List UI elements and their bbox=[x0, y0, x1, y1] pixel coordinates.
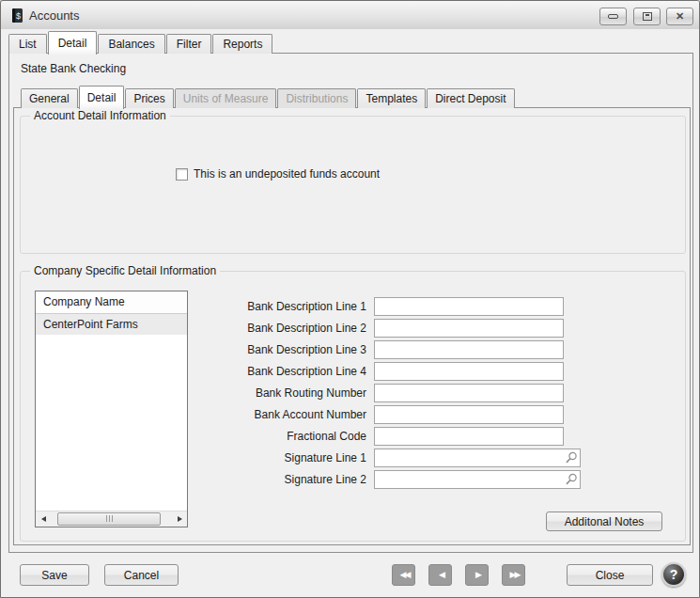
company-list-hscrollbar[interactable] bbox=[36, 511, 187, 527]
tab-prices[interactable]: Prices bbox=[125, 88, 173, 108]
company-detail-groupbox: Company Specific Detail Information Comp… bbox=[20, 271, 686, 542]
field-row: Signature Line 2 bbox=[21, 470, 687, 492]
bank-desc1-label: Bank Description Line 1 bbox=[21, 297, 366, 316]
maximize-icon bbox=[643, 12, 652, 21]
close-icon: ✕ bbox=[676, 11, 684, 22]
app-icon: $ bbox=[10, 8, 24, 26]
undeposited-funds-label: This is an undeposited funds account bbox=[194, 167, 380, 181]
field-row: Bank Description Line 4 bbox=[21, 362, 687, 384]
nav-next-button[interactable]: ▶ bbox=[465, 564, 489, 586]
minimize-icon bbox=[608, 14, 618, 19]
field-row: Bank Routing Number bbox=[21, 384, 687, 405]
account-number-label: Bank Account Number bbox=[21, 405, 366, 424]
signature1-label: Signature Line 1 bbox=[21, 448, 366, 467]
bank-desc2-input[interactable] bbox=[374, 319, 564, 338]
question-mark-icon: ? bbox=[670, 567, 678, 582]
tab-distributions: Distributions bbox=[277, 88, 356, 108]
field-row: Bank Description Line 3 bbox=[21, 340, 687, 362]
scroll-left-button[interactable] bbox=[36, 511, 51, 527]
help-button[interactable]: ? bbox=[661, 562, 686, 587]
additional-notes-button[interactable]: Additonal Notes bbox=[546, 511, 662, 531]
account-name-label: State Bank Checking bbox=[21, 62, 126, 75]
undeposited-funds-row: This is an undeposited funds account bbox=[176, 167, 380, 181]
outer-tabstrip: List Detail Balances Filter Reports bbox=[8, 30, 273, 54]
tab-direct-deposit[interactable]: Direct Deposit bbox=[427, 88, 514, 108]
scroll-right-button[interactable] bbox=[172, 511, 187, 527]
field-row: Fractional Code bbox=[21, 427, 687, 448]
cancel-button[interactable]: Cancel bbox=[104, 564, 179, 586]
accounts-window: $ Accounts ✕ List Detail Balances Filter… bbox=[0, 0, 700, 598]
bank-desc3-input[interactable] bbox=[374, 340, 564, 359]
tab-inner-detail[interactable]: Detail bbox=[79, 86, 125, 109]
save-button[interactable]: Save bbox=[20, 564, 89, 586]
inner-detail-page: Account Detail Information This is an un… bbox=[13, 107, 691, 545]
double-right-arrow-icon: ▶▶ bbox=[508, 571, 520, 579]
signature2-input[interactable] bbox=[374, 470, 581, 489]
undeposited-funds-checkbox[interactable] bbox=[176, 168, 188, 181]
close-dialog-button[interactable]: Close bbox=[567, 564, 653, 586]
tab-list[interactable]: List bbox=[8, 34, 47, 54]
company-detail-group-title: Company Specific Detail Information bbox=[30, 264, 220, 277]
field-row: Bank Account Number bbox=[21, 405, 687, 427]
tab-templates[interactable]: Templates bbox=[357, 88, 426, 108]
nav-first-button[interactable]: ◀◀ bbox=[392, 564, 415, 586]
detail-page: State Bank Checking General Detail Price… bbox=[8, 53, 693, 553]
account-number-input[interactable] bbox=[374, 405, 564, 424]
tab-reports[interactable]: Reports bbox=[212, 34, 272, 54]
left-arrow-icon bbox=[41, 516, 46, 522]
minimize-button[interactable] bbox=[599, 8, 627, 25]
account-detail-group-title: Account Detail Information bbox=[30, 109, 170, 122]
tab-filter[interactable]: Filter bbox=[166, 34, 212, 54]
bank-desc4-label: Bank Description Line 4 bbox=[21, 362, 366, 381]
fractional-code-label: Fractional Code bbox=[21, 427, 366, 446]
routing-number-input[interactable] bbox=[374, 384, 564, 402]
scroll-track[interactable] bbox=[51, 511, 172, 527]
right-arrow-icon: ▶ bbox=[474, 571, 480, 579]
field-row: Bank Description Line 2 bbox=[21, 319, 687, 340]
close-button[interactable]: ✕ bbox=[666, 8, 693, 25]
titlebar: $ Accounts ✕ bbox=[1, 1, 700, 29]
inner-tabstrip: General Detail Prices Units of Measure D… bbox=[21, 86, 516, 108]
field-row: Signature Line 1 bbox=[21, 448, 687, 470]
bank-detail-fields: Bank Description Line 1 Bank Description… bbox=[21, 297, 687, 492]
left-arrow-icon: ◀ bbox=[437, 571, 443, 579]
signature2-label: Signature Line 2 bbox=[21, 470, 366, 489]
bank-desc1-input[interactable] bbox=[374, 297, 564, 316]
field-row: Bank Description Line 1 bbox=[21, 297, 687, 319]
scrollbar-grip bbox=[106, 515, 107, 522]
window-title: Accounts bbox=[29, 8, 79, 23]
fractional-code-input[interactable] bbox=[374, 427, 564, 446]
tab-detail[interactable]: Detail bbox=[48, 31, 98, 55]
tab-general[interactable]: General bbox=[21, 88, 78, 108]
signature1-input[interactable] bbox=[374, 448, 581, 467]
tab-balances[interactable]: Balances bbox=[98, 34, 164, 54]
account-detail-groupbox: Account Detail Information This is an un… bbox=[20, 116, 686, 254]
svg-text:$: $ bbox=[16, 11, 21, 21]
tab-units-of-measure: Units of Measure bbox=[175, 88, 277, 108]
right-arrow-icon bbox=[178, 516, 182, 522]
bank-desc2-label: Bank Description Line 2 bbox=[21, 319, 366, 338]
bank-desc3-label: Bank Description Line 3 bbox=[21, 340, 366, 359]
maximize-button[interactable] bbox=[633, 8, 661, 25]
double-left-arrow-icon: ◀◀ bbox=[398, 571, 410, 579]
routing-number-label: Bank Routing Number bbox=[21, 384, 366, 402]
nav-previous-button[interactable]: ◀ bbox=[428, 564, 452, 586]
scroll-thumb[interactable] bbox=[57, 512, 161, 526]
nav-last-button[interactable]: ▶▶ bbox=[502, 564, 525, 586]
bank-desc4-input[interactable] bbox=[374, 362, 564, 381]
